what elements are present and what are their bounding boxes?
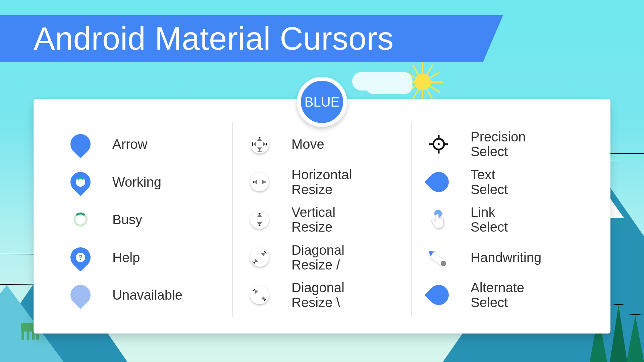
cursor-label: DiagonalResize / [291,243,344,272]
title-ribbon: Android Material Cursors [0,15,503,62]
cursor-row: Working [67,164,219,200]
arrow-cursor-icon [67,131,94,158]
theme-badge-label: BLUE [301,81,343,123]
svg-rect-3 [27,331,30,340]
cursor-card: BLUE Arrow Working Busy [34,99,610,334]
cloud-icon [366,79,413,94]
precision-select-cursor-icon [425,131,452,158]
cursor-label: Arrow [112,137,147,152]
text-select-cursor-icon [425,169,452,195]
link-select-cursor-icon [425,206,452,233]
cursor-row: HorizontalResize [246,164,398,200]
cursor-column: PrecisionSelect TextSelect LinkSelect [411,122,590,317]
svg-point-11 [438,143,440,145]
diagonal-resize-1-cursor-icon [246,244,273,271]
working-cursor-icon [67,169,94,195]
theme-badge: BLUE [297,77,347,127]
cursor-label: Help [112,250,140,265]
cursor-row: ? Help [67,239,219,276]
cursor-row: TextSelect [425,164,577,200]
cursor-label: Working [112,175,161,189]
cursor-row: PrecisionSelect [425,126,577,163]
move-cursor-icon [246,131,273,158]
cursor-row: Handwriting [425,239,577,276]
cursor-label: Unavailable [112,288,182,302]
cursor-row: DiagonalResize \ [246,277,398,313]
cursor-label: Handwriting [471,250,541,265]
vertical-resize-cursor-icon [246,206,273,233]
cursor-label: Busy [112,212,142,227]
cursor-row: Arrow [67,126,219,163]
cursor-label: LinkSelect [471,205,508,234]
diagonal-resize-2-cursor-icon [246,282,273,308]
help-cursor-icon: ? [67,244,94,271]
cursor-column: Move HorizontalResize [232,122,411,317]
busy-cursor-icon [67,206,94,233]
cursor-label: PrecisionSelect [471,129,526,159]
alternate-select-cursor-icon [425,282,452,308]
cursor-label: DiagonalResize \ [291,280,344,310]
cursor-row: LinkSelect [425,201,577,238]
cursor-label: HorizontalResize [291,167,352,197]
page-title: Android Material Cursors [34,20,394,57]
cursor-label: Move [291,137,324,152]
horizontal-resize-cursor-icon [246,169,273,195]
cursor-row: DiagonalResize / [246,239,398,276]
cursor-row: AlternateSelect [425,277,577,313]
cursor-label: VerticalResize [291,205,335,234]
tree-icon [610,304,627,362]
wallpaper: Android Material Cursors BLUE Arrow Work… [0,0,644,362]
handwriting-cursor-icon [425,244,452,271]
cursor-row: Busy [67,201,219,238]
cursor-label: AlternateSelect [471,280,524,310]
cursor-row: Unavailable [67,277,219,313]
cursor-row: Move [246,126,398,163]
svg-rect-2 [21,331,24,340]
cursor-row: VerticalResize [246,201,398,238]
cursor-label: TextSelect [471,167,508,197]
tree-icon [627,314,644,362]
unavailable-cursor-icon [67,282,94,308]
cursor-column: Arrow Working Busy ? Help [54,122,232,317]
